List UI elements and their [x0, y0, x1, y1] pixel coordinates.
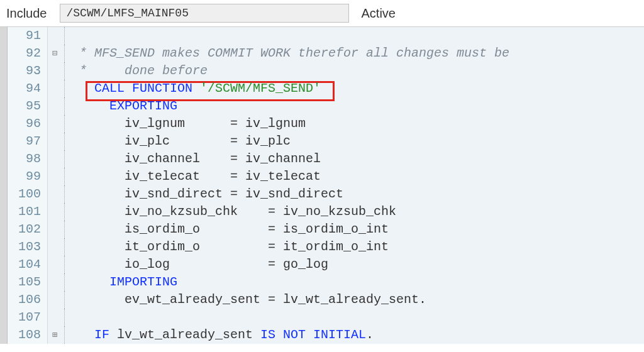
indent-guide — [62, 133, 79, 150]
code-line[interactable]: 100 iv_snd_direct = iv_snd_direct — [8, 185, 644, 203]
code-text[interactable]: iv_channel = iv_channel — [79, 150, 644, 168]
editor-body: 9192⊟* MFS_SEND makes COMMIT WORK theref… — [0, 27, 644, 344]
fold-toggle — [48, 133, 62, 150]
code-line[interactable]: 106 ev_wt_already_sent = lv_wt_already_s… — [8, 291, 644, 309]
fold-toggle — [48, 80, 62, 97]
fold-toggle — [48, 309, 62, 326]
fold-toggle — [48, 273, 62, 291]
code-text[interactable]: IMPORTING — [79, 273, 644, 291]
line-number: 108 — [8, 326, 48, 344]
code-line[interactable]: 93* done before — [8, 62, 644, 80]
fold-toggle — [48, 221, 62, 238]
editor-header: Include Active — [0, 0, 644, 27]
indent-guide — [62, 256, 79, 273]
indent-guide — [62, 27, 79, 45]
code-line[interactable]: 97 iv_plc = iv_plc — [8, 133, 644, 150]
code-line[interactable]: 107 — [8, 309, 644, 326]
code-text[interactable]: io_log = go_log — [79, 256, 644, 273]
indent-guide — [62, 273, 79, 291]
code-text[interactable]: iv_telecat = iv_telecat — [79, 168, 644, 185]
code-text[interactable]: iv_snd_direct = iv_snd_direct — [79, 185, 644, 203]
line-number: 94 — [8, 80, 48, 97]
fold-toggle — [48, 150, 62, 168]
include-field[interactable] — [60, 4, 349, 23]
fold-toggle — [48, 238, 62, 256]
indent-guide — [62, 221, 79, 238]
line-number: 105 — [8, 273, 48, 291]
code-text[interactable] — [79, 309, 644, 326]
indent-guide — [62, 203, 79, 221]
line-number: 93 — [8, 62, 48, 80]
fold-toggle — [48, 291, 62, 309]
fold-toggle — [48, 115, 62, 133]
line-number: 95 — [8, 97, 48, 115]
include-label: Include — [6, 6, 47, 21]
code-line[interactable]: 98 iv_channel = iv_channel — [8, 150, 644, 168]
indent-guide — [62, 115, 79, 133]
fold-toggle — [48, 62, 62, 80]
code-text[interactable]: EXPORTING — [79, 97, 644, 115]
code-line[interactable]: 103 it_ordim_o = it_ordim_o_int — [8, 238, 644, 256]
code-text[interactable]: is_ordim_o = is_ordim_o_int — [79, 221, 644, 238]
fold-toggle — [48, 203, 62, 221]
code-text[interactable]: * MFS_SEND makes COMMIT WORK therefor al… — [79, 45, 644, 62]
indent-guide — [62, 168, 79, 185]
code-line[interactable]: 96 iv_lgnum = iv_lgnum — [8, 115, 644, 133]
code-line[interactable]: 108⊞ IF lv_wt_already_sent IS NOT INITIA… — [8, 326, 644, 344]
code-text[interactable]: ev_wt_already_sent = lv_wt_already_sent. — [79, 291, 644, 309]
line-number: 99 — [8, 168, 48, 185]
code-text[interactable]: iv_no_kzsub_chk = iv_no_kzsub_chk — [79, 203, 644, 221]
indent-guide — [62, 97, 79, 115]
code-text[interactable]: * done before — [79, 62, 644, 80]
fold-toggle — [48, 27, 62, 45]
indent-guide — [62, 45, 79, 62]
line-number: 104 — [8, 256, 48, 273]
indent-guide — [62, 185, 79, 203]
line-number: 101 — [8, 203, 48, 221]
indent-guide — [62, 238, 79, 256]
code-area[interactable]: 9192⊟* MFS_SEND makes COMMIT WORK theref… — [8, 27, 644, 344]
line-number: 102 — [8, 221, 48, 238]
line-number: 92 — [8, 45, 48, 62]
code-text[interactable]: iv_plc = iv_plc — [79, 133, 644, 150]
code-text[interactable]: CALL FUNCTION '/SCWM/MFS_SEND' — [79, 80, 644, 97]
line-number: 106 — [8, 291, 48, 309]
breakpoint-gutter[interactable] — [0, 27, 8, 344]
status-label: Active — [362, 6, 396, 21]
code-text[interactable]: IF lv_wt_already_sent IS NOT INITIAL. — [79, 326, 644, 344]
code-text[interactable] — [79, 27, 644, 45]
code-line[interactable]: 99 iv_telecat = iv_telecat — [8, 168, 644, 185]
line-number: 97 — [8, 133, 48, 150]
fold-toggle — [48, 97, 62, 115]
code-line[interactable]: 95 EXPORTING — [8, 97, 644, 115]
code-line[interactable]: 94 CALL FUNCTION '/SCWM/MFS_SEND' — [8, 80, 644, 97]
indent-guide — [62, 150, 79, 168]
code-line[interactable]: 102 is_ordim_o = is_ordim_o_int — [8, 221, 644, 238]
indent-guide — [62, 326, 79, 344]
line-number: 100 — [8, 185, 48, 203]
line-number: 96 — [8, 115, 48, 133]
code-text[interactable]: iv_lgnum = iv_lgnum — [79, 115, 644, 133]
code-line[interactable]: 101 iv_no_kzsub_chk = iv_no_kzsub_chk — [8, 203, 644, 221]
code-line[interactable]: 92⊟* MFS_SEND makes COMMIT WORK therefor… — [8, 45, 644, 62]
indent-guide — [62, 309, 79, 326]
fold-toggle — [48, 185, 62, 203]
fold-toggle — [48, 256, 62, 273]
line-number: 91 — [8, 27, 48, 45]
indent-guide — [62, 80, 79, 97]
code-line[interactable]: 105 IMPORTING — [8, 273, 644, 291]
fold-toggle[interactable]: ⊟ — [48, 45, 62, 62]
code-line[interactable]: 104 io_log = go_log — [8, 256, 644, 273]
line-number: 107 — [8, 309, 48, 326]
code-line[interactable]: 91 — [8, 27, 644, 45]
code-text[interactable]: it_ordim_o = it_ordim_o_int — [79, 238, 644, 256]
line-number: 98 — [8, 150, 48, 168]
fold-toggle[interactable]: ⊞ — [48, 326, 62, 344]
indent-guide — [62, 291, 79, 309]
indent-guide — [62, 62, 79, 80]
fold-toggle — [48, 168, 62, 185]
line-number: 103 — [8, 238, 48, 256]
